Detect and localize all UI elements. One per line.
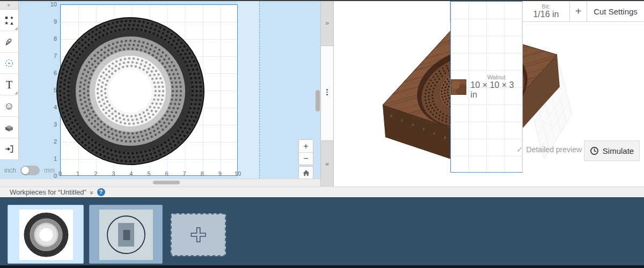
sidebar-collapse-button[interactable]: » bbox=[0, 0, 18, 10]
smiley-icon: ☺ bbox=[4, 101, 14, 111]
hscroll-thumb[interactable] bbox=[153, 181, 180, 184]
material-settings-bar: Walnut 10 × 10 × 3 in Bit: 1/16 in + Cut… bbox=[450, 1, 644, 22]
mm-label: mm bbox=[44, 167, 55, 174]
material-dimensions: 10 × 10 × 3 in bbox=[471, 80, 522, 99]
simulate-label: Simulate bbox=[603, 146, 634, 155]
tool-sidebar: » ■●★▲ T ☺ bbox=[0, 0, 19, 160]
zoom-in-button[interactable]: + bbox=[299, 140, 313, 152]
bit-selector[interactable]: Bit: 1/16 in bbox=[523, 1, 570, 21]
shapes-icon: ■●★▲ bbox=[4, 15, 14, 26]
text-icon: T bbox=[6, 79, 12, 90]
tool-pen[interactable] bbox=[0, 31, 18, 53]
easel-app: 109876543210 012345678910 + − » ■●★▲ bbox=[0, 0, 644, 268]
panel-divider: » « bbox=[320, 0, 334, 187]
workpiece-thumbnail-1[interactable] bbox=[8, 205, 84, 264]
brick-icon bbox=[4, 122, 14, 133]
cribbage-design[interactable] bbox=[55, 16, 206, 166]
units-switch[interactable] bbox=[20, 166, 40, 175]
plus-icon bbox=[182, 219, 215, 251]
material-name: Walnut bbox=[487, 74, 506, 80]
check-icon: ✓ bbox=[516, 145, 523, 154]
chevrons-left-icon: « bbox=[325, 160, 329, 168]
drill-point-icon bbox=[4, 58, 14, 69]
cut-settings-button[interactable]: Cut Settings bbox=[587, 1, 644, 21]
window-top-edge bbox=[0, 0, 644, 1]
workpiece-thumbnail-2[interactable] bbox=[89, 205, 163, 264]
bit-value: 1/16 in bbox=[533, 10, 559, 19]
zoom-out-button[interactable]: − bbox=[299, 152, 313, 165]
tool-shapes[interactable]: ■●★▲ bbox=[0, 10, 18, 31]
material-selector[interactable]: Walnut 10 × 10 × 3 in bbox=[450, 1, 523, 173]
vscroll-thumb[interactable] bbox=[316, 90, 320, 111]
home-icon bbox=[302, 169, 310, 177]
thumbnail-canvas bbox=[99, 210, 153, 260]
clock-icon bbox=[590, 146, 599, 155]
switch-knob bbox=[21, 167, 29, 174]
zoom-controls: + − bbox=[298, 139, 313, 165]
submenu-fold bbox=[14, 27, 18, 30]
collapse-left-button[interactable]: « bbox=[321, 140, 333, 187]
walnut-swatch bbox=[451, 79, 466, 95]
units-toggle-row: inch mm bbox=[4, 165, 55, 176]
thumbnail-canvas bbox=[19, 210, 73, 260]
chevron-down-double-icon[interactable]: » bbox=[88, 191, 96, 194]
workpieces-title: Workpieces for “Untitled” bbox=[10, 188, 86, 196]
submenu-fold bbox=[14, 91, 18, 94]
expand-right-button[interactable]: » bbox=[321, 0, 333, 46]
tool-clipart[interactable]: ☺ bbox=[0, 95, 18, 117]
window-bottom-edge bbox=[0, 265, 644, 268]
workpieces-header: Workpieces for “Untitled” » ? bbox=[0, 187, 644, 197]
tool-text[interactable]: T bbox=[0, 74, 18, 95]
pen-icon bbox=[4, 36, 14, 47]
bit-label: Bit: bbox=[542, 3, 551, 10]
tool-material-blocks[interactable] bbox=[0, 117, 18, 138]
detailed-preview-toggle[interactable]: ✓ Detailed preview bbox=[516, 145, 582, 154]
chevron-up-double-icon: » bbox=[6, 3, 12, 6]
ruler-horizontal: 012345678910 bbox=[56, 170, 241, 177]
canvas-margin-strip bbox=[238, 0, 259, 178]
add-workpiece-button[interactable] bbox=[171, 213, 226, 256]
detailed-preview-label: Detailed preview bbox=[526, 145, 582, 154]
workpieces-panel bbox=[0, 197, 644, 265]
workpiece-2-design bbox=[99, 210, 153, 260]
simulate-button[interactable]: Simulate bbox=[584, 140, 640, 161]
tool-drill[interactable] bbox=[0, 53, 18, 74]
zoom-home-button[interactable] bbox=[298, 166, 313, 179]
divider-grip[interactable] bbox=[321, 86, 333, 99]
preview-panel: 012345678 Walnut 10 × 10 × 3 in Bit: 1/1… bbox=[334, 0, 644, 187]
help-icon[interactable]: ? bbox=[97, 188, 105, 196]
add-bit-button[interactable]: + bbox=[570, 1, 587, 21]
machine-limit-line bbox=[259, 0, 260, 178]
tool-import[interactable] bbox=[0, 138, 18, 160]
inch-label: inch bbox=[4, 167, 16, 174]
chevrons-right-icon: » bbox=[325, 19, 329, 27]
import-icon bbox=[4, 144, 14, 154]
